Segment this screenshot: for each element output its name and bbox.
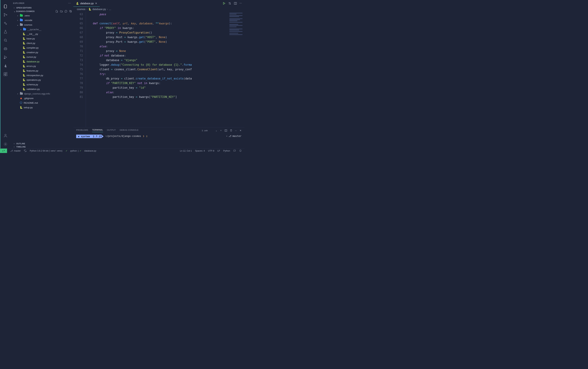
tree-file-database[interactable]: 🐍database.py — [10, 59, 73, 64]
tree-file-setup[interactable]: 🐍setup.py — [10, 105, 73, 110]
split-terminal-icon[interactable] — [224, 129, 227, 132]
tree-label: creation.py — [27, 51, 38, 54]
breadcrumb-file[interactable]: database.py — [93, 8, 106, 10]
tree-file-creation[interactable]: 🐍creation.py — [10, 50, 73, 55]
tree-file-client[interactable]: 🐍client.py — [10, 41, 73, 45]
svg-rect-12 — [6, 74, 7, 76]
tree-file-validation[interactable]: 🐍validation.py — [10, 87, 73, 91]
tree-label: errors.py — [27, 65, 36, 67]
more-actions-icon[interactable]: ⋯ — [240, 2, 242, 5]
language-mode[interactable]: Python — [223, 150, 230, 152]
extensions-icon[interactable] — [1, 70, 10, 78]
trash-icon[interactable] — [230, 129, 232, 132]
tree-label: base.py — [27, 37, 35, 40]
output-tab[interactable]: OUTPUT — [107, 129, 116, 132]
feedback-icon[interactable] — [233, 149, 236, 152]
minimap[interactable] — [228, 12, 244, 127]
tree-label: introspection.py — [27, 74, 43, 77]
terminal[interactable]: ✱ system 2.7.15 ~/projects/django-cosmos… — [73, 133, 244, 148]
git-branch-status[interactable]: ⎇master — [10, 149, 21, 152]
debug-console-tab[interactable]: DEBUG CONSOLE — [120, 129, 138, 132]
explorer-more-icon[interactable]: ⋯ — [68, 1, 71, 5]
close-tab-icon[interactable]: ✕ — [95, 2, 97, 5]
tree-file-base[interactable]: 🐍base.py — [10, 36, 73, 41]
cursor-position[interactable]: Ln 12, Col 1 — [180, 150, 192, 152]
indentation-status[interactable]: Spaces: 4 — [195, 150, 205, 152]
python-file-icon: 🐍 — [76, 2, 79, 5]
tree-label: operations.py — [27, 79, 41, 81]
new-folder-icon[interactable] — [60, 10, 63, 13]
tree-folder-egginfo[interactable]: ›django_cosmos.egg-info — [10, 91, 73, 96]
eol-status[interactable]: LF — [217, 150, 220, 152]
tree-file-gitignore[interactable]: ◆.gitignore — [10, 96, 73, 101]
line-gutter: 636465 666768 697071 727374 757677 78798… — [73, 12, 86, 127]
branch-icon: ⎇ — [229, 135, 231, 137]
gears-icon[interactable] — [1, 19, 10, 28]
azure-icon[interactable] — [1, 62, 10, 70]
timeline-section[interactable]: ›TIMELINE — [10, 145, 73, 148]
account-icon[interactable] — [1, 132, 10, 140]
refresh-icon[interactable] — [64, 10, 67, 13]
copilot-icon[interactable] — [1, 44, 10, 53]
tree-file-introspection[interactable]: 🐍introspection.py — [10, 73, 73, 78]
lint-status[interactable]: ✓ python | ✓ database.py — [66, 149, 96, 152]
maximize-panel-icon[interactable]: ︿ — [235, 129, 237, 132]
terminal-tab[interactable]: TERMINAL — [92, 129, 103, 132]
python-file-icon: 🐍 — [88, 8, 91, 10]
source-control-icon[interactable] — [1, 10, 10, 19]
encoding-status[interactable]: UTF-8 — [208, 150, 214, 152]
remote-indicator[interactable] — [0, 149, 7, 153]
python-interpreter[interactable]: Python 3.8.2 64-bit ('.venv': venv) — [30, 150, 62, 152]
breadcrumb-folder[interactable]: cosmos — [77, 8, 85, 10]
tree-label: __init__.py — [27, 33, 38, 35]
tree-file-schema[interactable]: 🐍schema.py — [10, 82, 73, 87]
tree-file-readme[interactable]: ⓘREADME.md — [10, 101, 73, 105]
tree-file-operations[interactable]: 🐍operations.py — [10, 78, 73, 82]
tree-label: setup.py — [24, 106, 33, 109]
new-terminal-icon[interactable]: ＋ — [220, 129, 222, 132]
tree-folder-venv[interactable]: ›.venv — [10, 13, 73, 18]
breadcrumb-ellipsis[interactable]: … — [109, 8, 111, 10]
split-editor-icon[interactable] — [234, 2, 237, 5]
compare-changes-icon[interactable] — [228, 2, 231, 5]
search-icon[interactable] — [1, 36, 10, 44]
svg-point-5 — [4, 39, 6, 41]
tab-database[interactable]: 🐍 database.py ✕ — [73, 0, 100, 7]
close-panel-icon[interactable]: ✕ — [240, 129, 242, 132]
problems-tab[interactable]: PROBLEMS — [76, 129, 88, 132]
new-file-icon[interactable] — [55, 10, 58, 13]
sync-icon[interactable] — [24, 149, 27, 152]
tree-file-features[interactable]: 🐍features.py — [10, 68, 73, 73]
tree-file-compiler[interactable]: 🐍compiler.py — [10, 45, 73, 50]
svg-rect-10 — [4, 72, 5, 74]
svg-rect-16 — [70, 10, 71, 12]
terminal-selector[interactable]: 1: zsh ⌄ — [202, 129, 217, 132]
tree-label: database.py — [27, 60, 40, 63]
svg-rect-6 — [4, 48, 7, 50]
beaker-icon[interactable] — [1, 28, 10, 36]
run-debug-icon[interactable] — [1, 53, 10, 62]
code-editor[interactable]: pass def connect(self, url, key, databas… — [86, 12, 228, 127]
collapse-all-icon[interactable] — [69, 10, 72, 13]
tree-file-init[interactable]: 🐍__init__.py — [10, 32, 73, 36]
open-editors-label: OPEN EDITORS — [16, 7, 32, 9]
tree-label: client.py — [27, 42, 35, 44]
outline-label: OUTLINE — [16, 143, 25, 145]
tree-folder-pycache[interactable]: ›__pycache__ — [10, 27, 73, 32]
terminal-cursor: ▯ — [146, 135, 147, 137]
outline-section[interactable]: ›OUTLINE — [10, 142, 73, 145]
tree-file-errors[interactable]: 🐍errors.py — [10, 64, 73, 68]
svg-point-2 — [6, 14, 7, 15]
tree-folder-vscode[interactable]: ›.vscode — [10, 18, 73, 22]
notifications-icon[interactable] — [239, 149, 242, 152]
bottom-panel: PROBLEMS TERMINAL OUTPUT DEBUG CONSOLE 1… — [73, 127, 244, 148]
settings-gear-icon[interactable] — [1, 140, 10, 148]
run-icon[interactable] — [222, 2, 226, 5]
breadcrumbs[interactable]: cosmos › 🐍 database.py › … — [73, 7, 244, 12]
tree-file-cursor[interactable]: 🐍cursor.py — [10, 55, 73, 59]
svg-point-15 — [5, 144, 6, 145]
tree-folder-cosmos[interactable]: ⌄cosmos — [10, 22, 73, 27]
explorer-icon[interactable] — [1, 2, 10, 10]
open-editors-section[interactable]: ›OPEN EDITORS — [10, 6, 73, 9]
project-section[interactable]: ⌄DJANGO-COSMOS — [10, 9, 73, 13]
